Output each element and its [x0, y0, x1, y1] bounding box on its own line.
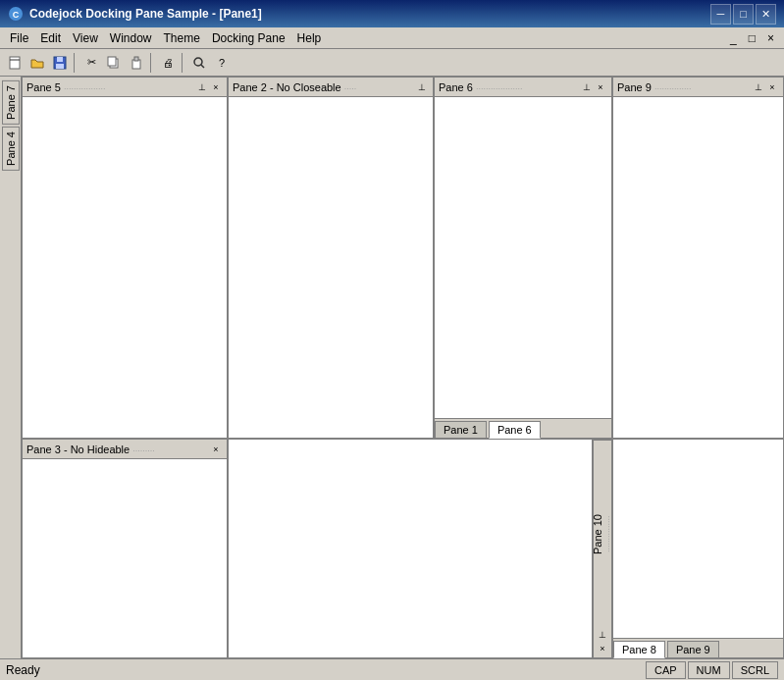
pane6-header[interactable]: Pane 6 ··················· ⊥ × [435, 78, 611, 97]
pane9-top-content [613, 97, 783, 438]
menu-max-button[interactable]: □ [743, 29, 761, 47]
menu-bar: File Edit View Window Theme Docking Pane… [0, 27, 784, 49]
pane3-dots: ········· [132, 445, 155, 455]
pane6-content [435, 97, 611, 418]
toolbar: ✂ 🖨 ? [0, 49, 784, 77]
menu-item-help[interactable]: Help [291, 29, 328, 47]
toolbar-sep-3 [182, 53, 185, 73]
svg-rect-6 [56, 64, 64, 69]
pane10: Pane 10 ··············· ⊥ × [593, 440, 612, 658]
toolbar-sep-2 [150, 53, 154, 73]
pane3-content [23, 459, 227, 657]
menu-item-docking-pane[interactable]: Docking Pane [206, 29, 291, 47]
bottom-panes-row: Pane 3 - No Hideable ········· × Pane 10… [22, 440, 784, 658]
pane6-pin-button[interactable]: ⊥ [580, 80, 594, 94]
main-area: Pane 7 Pane 4 Pane 5 ················· ⊥… [0, 77, 784, 658]
pane2-dots: ····· [344, 83, 357, 93]
svg-rect-10 [134, 57, 138, 61]
pane3-header[interactable]: Pane 3 - No Hideable ········· × [23, 440, 227, 459]
pane10-close-button[interactable]: × [596, 642, 609, 655]
toolbar-new-button[interactable] [4, 52, 26, 74]
pane9-top-pin-button[interactable]: ⊥ [752, 80, 765, 94]
status-text: Ready [6, 663, 646, 677]
pane3-close-button[interactable]: × [209, 443, 223, 456]
pane2-content [229, 97, 433, 438]
svg-text:C: C [13, 10, 20, 20]
pane2: Pane 2 - No Closeable ····· ⊥ [228, 77, 434, 439]
pane10-title: Pane 10 [592, 514, 603, 554]
pane9-top-close-button[interactable]: × [765, 80, 779, 94]
pane5-pin-button[interactable]: ⊥ [195, 80, 209, 94]
center-pane-content [229, 440, 592, 657]
svg-line-12 [201, 65, 204, 68]
toolbar-find-button[interactable] [188, 52, 210, 74]
pane5-title: Pane 5 ················· [26, 81, 195, 93]
status-bar: Ready CAP NUM SCRL [0, 658, 784, 680]
pane6: Pane 6 ··················· ⊥ × Pane 1 Pa… [434, 77, 612, 439]
pane9-top-header[interactable]: Pane 9 ··············· ⊥ × [613, 78, 783, 97]
status-indicators: CAP NUM SCRL [646, 661, 778, 679]
pane6-tab-pane6[interactable]: Pane 6 [489, 421, 541, 439]
left-sidebar: Pane 7 Pane 4 [0, 77, 22, 658]
pane9-tab-pane8[interactable]: Pane 8 [613, 641, 665, 658]
pane9-top-title: Pane 9 ··············· [617, 81, 752, 93]
status-cap: CAP [646, 661, 686, 679]
status-scrl: SCRL [732, 661, 778, 679]
pane6-close-button[interactable]: × [594, 80, 607, 94]
menu-item-edit[interactable]: Edit [34, 29, 67, 47]
menu-item-file[interactable]: File [4, 29, 34, 47]
svg-point-11 [194, 58, 202, 66]
pane6-title: Pane 6 ··················· [439, 81, 580, 93]
pane10-pin-button[interactable]: ⊥ [596, 628, 609, 642]
toolbar-print-button[interactable]: 🖨 [157, 52, 179, 74]
minimize-button[interactable]: ─ [710, 4, 731, 25]
app-icon: C [8, 6, 24, 22]
pane5-content [23, 97, 227, 438]
menu-item-theme[interactable]: Theme [158, 29, 206, 47]
pane5-dots: ················· [64, 83, 106, 93]
menu-restore-button[interactable]: _ [724, 29, 743, 47]
sidebar-tab-pane4[interactable]: Pane 4 [2, 127, 20, 171]
pane9-top: Pane 9 ··············· ⊥ × [612, 77, 784, 439]
menu-close-button[interactable]: × [761, 29, 780, 47]
content-area: Pane 5 ················· ⊥ × Pane 2 - No… [22, 77, 784, 658]
pane5-close-button[interactable]: × [209, 80, 223, 94]
svg-rect-8 [108, 57, 116, 66]
status-num: NUM [688, 661, 730, 679]
toolbar-copy-button[interactable] [103, 52, 125, 74]
pane2-pin-button[interactable]: ⊥ [415, 80, 429, 94]
menu-item-window[interactable]: Window [104, 29, 158, 47]
sidebar-tab-pane7[interactable]: Pane 7 [2, 80, 20, 125]
toolbar-open-button[interactable] [26, 52, 48, 74]
pane5: Pane 5 ················· ⊥ × [22, 77, 228, 439]
pane5-header[interactable]: Pane 5 ················· ⊥ × [23, 78, 227, 97]
title-text: Codejock Docking Pane Sample - [Pane1] [29, 7, 708, 21]
svg-rect-2 [10, 57, 20, 69]
pane6-dots: ··················· [476, 83, 523, 93]
pane3: Pane 3 - No Hideable ········· × [22, 440, 228, 658]
center-pane [228, 440, 593, 658]
svg-rect-5 [57, 57, 63, 62]
pane6-tabs: Pane 1 Pane 6 [435, 418, 611, 438]
pane3-title: Pane 3 - No Hideable ········· [26, 444, 209, 455]
pane10-buttons: ⊥ × [596, 628, 609, 657]
menu-item-view[interactable]: View [67, 29, 104, 47]
maximize-button[interactable]: □ [733, 4, 754, 25]
pane2-header[interactable]: Pane 2 - No Closeable ····· ⊥ [229, 78, 433, 97]
toolbar-sep-1 [74, 53, 78, 73]
pane9-right: Pane 8 Pane 9 [612, 440, 784, 658]
toolbar-help-button[interactable]: ? [211, 52, 233, 74]
pane9-right-content [613, 440, 783, 638]
pane9-top-dots: ··············· [654, 83, 692, 93]
title-bar: C Codejock Docking Pane Sample - [Pane1]… [0, 0, 784, 27]
toolbar-save-button[interactable] [49, 52, 71, 74]
toolbar-paste-button[interactable] [126, 52, 147, 74]
pane2-title: Pane 2 - No Closeable ····· [233, 81, 415, 93]
pane9-tab-pane9[interactable]: Pane 9 [667, 641, 719, 657]
pane6-tab-pane1[interactable]: Pane 1 [435, 421, 487, 438]
top-panes-row: Pane 5 ················· ⊥ × Pane 2 - No… [22, 77, 784, 440]
pane9-bottom-tabs: Pane 8 Pane 9 [613, 638, 783, 657]
close-button[interactable]: ✕ [756, 4, 776, 25]
toolbar-cut-button[interactable]: ✂ [80, 52, 102, 74]
